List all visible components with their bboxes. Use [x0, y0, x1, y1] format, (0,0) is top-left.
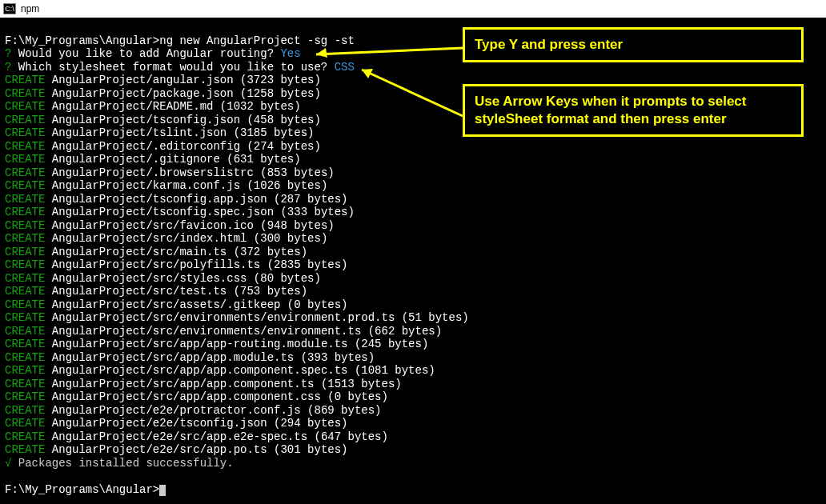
- cursor: [159, 485, 166, 496]
- window-title: npm: [21, 3, 39, 14]
- window-titlebar: C:\ npm: [0, 0, 826, 18]
- annotation-callout-1: Type Y and press enter: [463, 27, 804, 62]
- annotation-callout-2: Use Arrow Keys when it prompts to select…: [463, 84, 804, 137]
- cmd-icon: C:\: [3, 3, 16, 14]
